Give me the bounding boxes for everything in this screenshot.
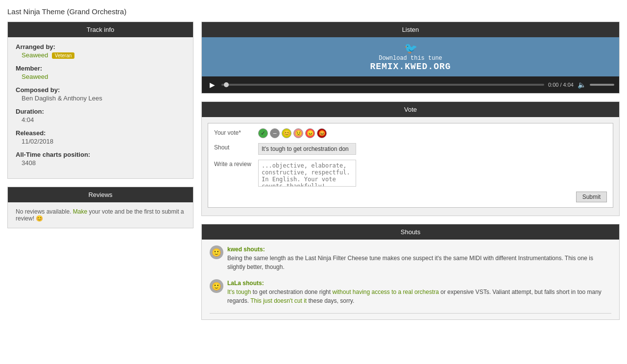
bird-icon: 🐦	[404, 42, 417, 54]
review-label: Write a review	[214, 160, 253, 168]
submit-button[interactable]: Submit	[576, 192, 607, 202]
volume-slider[interactable]	[590, 84, 614, 86]
shouts-header: Shouts	[202, 224, 619, 240]
time-total: 4:04	[563, 82, 574, 88]
left-column: Track info Arranged by: Seaweed Veteran …	[7, 22, 193, 236]
review-textarea[interactable]	[258, 160, 356, 187]
shout-avatar-1: 🙂	[210, 245, 223, 259]
track-info-panel: Track info Arranged by: Seaweed Veteran …	[7, 22, 193, 179]
player-bar: ▶ 0:00 / 4:04 🔈	[202, 76, 619, 93]
no-reviews-text: No reviews available. Make your vote and…	[16, 208, 185, 222]
charts-row: All-Time charts position: 3408	[16, 151, 185, 167]
reviews-header: Reviews	[8, 187, 193, 202]
shout-text-2-part3: these days, sorry.	[309, 297, 355, 304]
vote-panel: Vote Your vote* ✓ – 😊 😟 😠 😡	[201, 101, 620, 216]
time-current: 0:00	[548, 82, 558, 88]
your-vote-label: Your vote*	[214, 128, 253, 136]
volume-icon: 🔈	[578, 81, 586, 89]
composed-by-row: Composed by: Ben Daglish & Anthony Lees	[16, 86, 185, 102]
shout-avatar-2: 🙂	[210, 279, 223, 293]
your-vote-row: Your vote* ✓ – 😊 😟 😠 😡	[214, 128, 607, 138]
released-value: 11/02/2018	[16, 138, 185, 145]
shout-row: Shout	[214, 143, 607, 155]
composed-by-value: Ben Daglish & Anthony Lees	[16, 95, 185, 102]
charts-label: All-Time charts position:	[16, 151, 185, 158]
shout-text-2: It's tough to get orchestration done rig…	[227, 288, 611, 305]
progress-bar[interactable]	[221, 84, 544, 86]
emoji-1[interactable]: ✓	[258, 128, 268, 138]
emoji-6[interactable]: 😡	[317, 128, 327, 138]
emoji-5[interactable]: 😠	[305, 128, 315, 138]
shout-content-2: LaLa shouts: It's tough to get orchestra…	[227, 279, 611, 305]
duration-label: Duration:	[16, 108, 185, 115]
emoji-2[interactable]: –	[270, 128, 280, 138]
duration-value: 4:04	[16, 116, 185, 123]
banner-download-text: Download this tune	[207, 55, 614, 62]
shout-text-2-part1: to get orchestration done right	[253, 289, 333, 295]
emoji-3[interactable]: 😊	[282, 128, 291, 138]
banner-main-text: Remix.Kwed.Org	[370, 62, 451, 72]
arranged-by-row: Arranged by: Seaweed Veteran	[16, 43, 185, 59]
no-reviews-static: No reviews available.	[16, 208, 71, 215]
veteran-badge: Veteran	[52, 52, 74, 59]
vote-inner: Your vote* ✓ – 😊 😟 😠 😡 Shout	[208, 123, 613, 208]
listen-banner: 🐦 Download this tune Remix.Kwed.Org	[202, 37, 619, 76]
shout-author-2[interactable]: LaLa shouts:	[227, 280, 264, 287]
time-display: 0:00 / 4:04	[548, 82, 574, 88]
reviews-panel: Reviews No reviews available. Make your …	[7, 187, 193, 228]
member-value[interactable]: Seaweed	[16, 73, 185, 80]
review-row: Write a review	[214, 160, 607, 187]
vote-body: Your vote* ✓ – 😊 😟 😠 😡 Shout	[202, 117, 619, 216]
listen-panel: Listen 🐦 Download this tune Remix.Kwed.O…	[201, 22, 620, 94]
arranged-by-label: Arranged by:	[16, 43, 185, 50]
released-row: Released: 11/02/2018	[16, 129, 185, 145]
shout-text-2-highlight2: without having access to a real orchestr…	[332, 289, 438, 295]
submit-row: Submit	[214, 192, 607, 202]
member-row: Member: Seaweed	[16, 65, 185, 80]
shout-text-1: Being the same length as the Last Ninja …	[227, 254, 611, 271]
progress-dot	[224, 82, 229, 87]
charts-value: 3408	[16, 159, 185, 167]
play-button[interactable]: ▶	[207, 79, 217, 90]
main-layout: Track info Arranged by: Seaweed Veteran …	[7, 22, 620, 328]
page-title: Last Ninja Theme (Grand Orchestra)	[7, 7, 620, 16]
vote-header: Vote	[202, 102, 619, 117]
arranged-by-value: Seaweed Veteran	[16, 51, 185, 59]
shouts-body: 🙂 kwed shouts: Being the same length as …	[202, 240, 619, 319]
shouts-panel: Shouts 🙂 kwed shouts: Being the same len…	[201, 224, 620, 320]
shout-text-2-highlight3: This just doesn't cut it	[250, 297, 307, 304]
make-vote-link[interactable]: Make	[73, 208, 87, 215]
shout-author-1[interactable]: kwed shouts:	[227, 246, 265, 253]
shout-entry-2: 🙂 LaLa shouts: It's tough to get orchest…	[210, 279, 611, 305]
reviews-body: No reviews available. Make your vote and…	[8, 202, 193, 228]
track-info-header: Track info	[8, 22, 193, 37]
emoji-4[interactable]: 😟	[293, 128, 303, 138]
released-label: Released:	[16, 129, 185, 137]
shout-text-2-highlight1: It's tough	[227, 289, 251, 295]
vote-emojis: ✓ – 😊 😟 😠 😡	[258, 128, 327, 138]
listen-header: Listen	[202, 22, 619, 37]
track-info-body: Arranged by: Seaweed Veteran Member: Sea…	[8, 37, 193, 178]
shout-input[interactable]	[258, 143, 356, 155]
shout-content-1: kwed shouts: Being the same length as th…	[227, 245, 611, 271]
right-column: Listen 🐦 Download this tune Remix.Kwed.O…	[201, 22, 620, 328]
composed-by-label: Composed by:	[16, 86, 185, 94]
shout-divider	[210, 313, 611, 314]
arranged-by-name[interactable]: Seaweed	[22, 51, 48, 59]
shout-entry-1: 🙂 kwed shouts: Being the same length as …	[210, 245, 611, 271]
shout-label: Shout	[214, 143, 253, 151]
duration-row: Duration: 4:04	[16, 108, 185, 123]
member-label: Member:	[16, 65, 185, 72]
